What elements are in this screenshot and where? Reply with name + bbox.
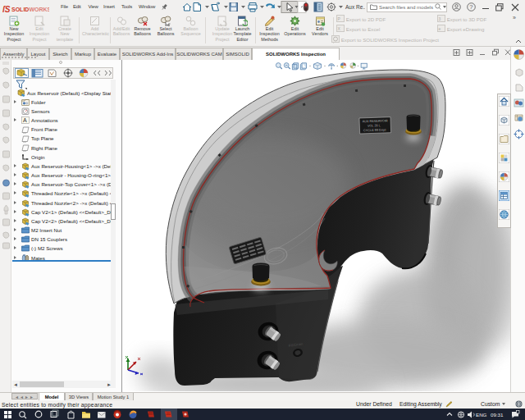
svg-text:VOL 26 L: VOL 26 L [368, 124, 381, 128]
svg-text:ENG: ENG [476, 412, 487, 418]
svg-text:09:31: 09:31 [491, 412, 504, 418]
